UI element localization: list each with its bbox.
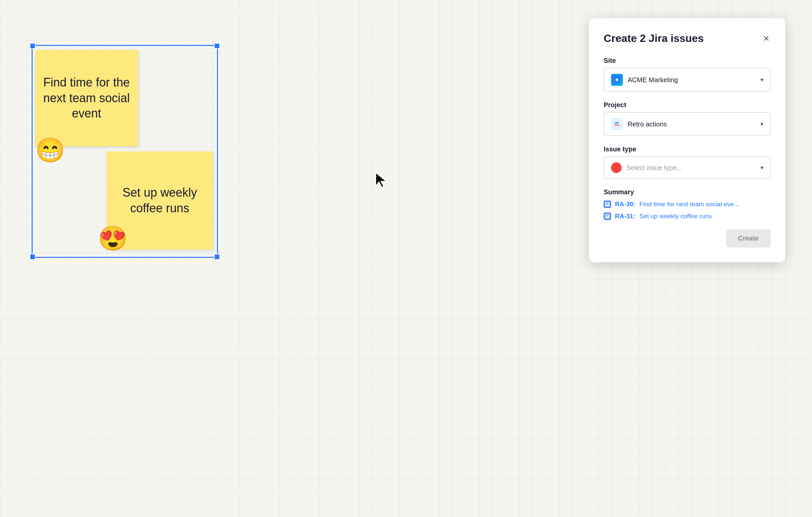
project-chevron-icon: ▾ [760, 120, 763, 128]
handle-top-right[interactable] [214, 43, 220, 49]
issue-type-icon [611, 162, 622, 173]
sticky-note-1[interactable]: Find time for the next team social event [35, 50, 138, 146]
site-label: Site [604, 57, 771, 65]
summary-item-2: RA-31: Set up weekly coffee runs [604, 213, 771, 220]
project-icon [611, 118, 623, 130]
summary-icon-1 [604, 201, 611, 208]
issue-type-placeholder: Select issue type... [626, 164, 682, 172]
close-button[interactable]: × [762, 32, 771, 45]
summary-label: Summary [604, 188, 771, 196]
issue-type-chevron-icon: ▾ [760, 164, 763, 171]
create-jira-dialog: Create 2 Jira issues × Site [589, 18, 785, 262]
issue-type-label: Issue type [604, 145, 771, 153]
project-select[interactable]: Retro actions ▾ [604, 112, 771, 136]
site-value: ACME Marketing [628, 76, 678, 84]
issue-type-field-group: Issue type Select issue type... ▾ [604, 145, 771, 179]
summary-text-2: Set up weekly coffee runs [639, 213, 712, 220]
summary-key-1: RA-30: [615, 201, 635, 208]
project-value: Retro actions [628, 120, 667, 128]
handle-bottom-right[interactable] [214, 254, 220, 260]
handle-top-left[interactable] [30, 43, 36, 49]
summary-key-2: RA-31: [615, 213, 635, 220]
emoji-sticker-1: 😁 [35, 138, 65, 162]
summary-item-1: RA-30: Find time for next team social ev… [604, 201, 771, 208]
dialog-header: Create 2 Jira issues × [604, 32, 771, 45]
svg-rect-3 [615, 123, 618, 124]
site-chevron-icon: ▾ [760, 76, 763, 84]
site-icon [611, 74, 623, 86]
project-field-group: Project Retro actions ▾ [604, 101, 771, 136]
summary-section: Summary RA-30: Find time for next team s… [604, 188, 771, 220]
project-label: Project [604, 101, 771, 109]
svg-rect-2 [615, 122, 619, 123]
site-select[interactable]: ACME Marketing ▾ [604, 68, 771, 92]
site-field-group: Site ACME Marketing [604, 57, 771, 92]
svg-rect-5 [619, 125, 619, 126]
issue-type-select[interactable]: Select issue type... ▾ [604, 156, 771, 179]
summary-text-1: Find time for next team social eve... [639, 201, 739, 208]
emoji-sticker-2: 😍 [98, 226, 128, 250]
summary-icon-2 [604, 213, 611, 220]
dialog-title: Create 2 Jira issues [604, 32, 704, 44]
svg-rect-4 [615, 125, 619, 125]
handle-bottom-left[interactable] [30, 254, 36, 260]
create-button[interactable]: Create [726, 229, 771, 247]
